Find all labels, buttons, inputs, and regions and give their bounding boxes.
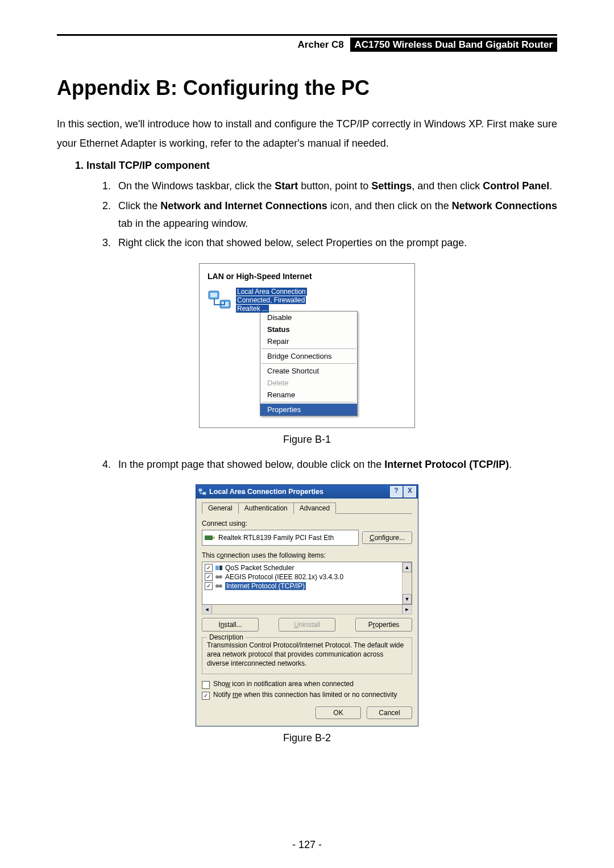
description-text: Transmission Control Protocol/Internet P… — [207, 641, 407, 668]
section-heading: 1. Install TCP/IP component — [75, 160, 557, 172]
ok-button[interactable]: OK — [316, 707, 361, 719]
menu-properties[interactable]: Properties — [260, 404, 357, 416]
section-number: 1. — [75, 160, 84, 171]
svg-rect-1 — [210, 293, 217, 297]
scroll-up-icon[interactable]: ▲ — [403, 562, 412, 572]
items-label: This connection uses the following items… — [202, 551, 412, 559]
checkbox-icon[interactable]: ✓ — [205, 564, 213, 572]
svg-rect-4 — [199, 489, 202, 491]
connection-labels: Local Area Connection Connected, Firewal… — [236, 288, 307, 313]
item-label: AEGIS Protocol (IEEE 802.1x) v3.4.3.0 — [225, 573, 343, 581]
uninstall-button: Uninstall — [279, 618, 335, 632]
dialog-title: Local Area Connection Properties — [209, 488, 389, 496]
items-listbox[interactable]: ✓ QoS Packet Scheduler ✓ AEGIS Protocol … — [202, 562, 412, 605]
menu-shortcut[interactable]: Create Shortcut — [260, 365, 357, 377]
menu-separator — [262, 363, 356, 364]
svg-rect-6 — [205, 535, 213, 540]
steps-list-cont: In the prompt page that showed below, do… — [57, 456, 557, 474]
checkbox-icon[interactable]: ✓ — [202, 692, 210, 700]
menu-separator — [262, 348, 356, 349]
connection-item[interactable]: Local Area Connection Connected, Firewal… — [208, 288, 406, 313]
tab-general[interactable]: General — [202, 502, 239, 514]
menu-repair[interactable]: Repair — [260, 335, 357, 347]
step-2: Click the Network and Internet Connectio… — [114, 197, 557, 232]
protocol-icon — [215, 574, 223, 580]
notify-checkbox[interactable]: ✓ Notify me when this connection has lim… — [202, 691, 412, 700]
menu-separator — [262, 402, 356, 402]
step-1: On the Windows taskbar, click the Start … — [114, 177, 557, 195]
description-legend: Description — [207, 633, 246, 641]
item-label: QoS Packet Scheduler — [225, 564, 294, 572]
show-icon-checkbox[interactable]: Show icon in notification area when conn… — [202, 680, 412, 689]
dialog-titlebar[interactable]: Local Area Connection Properties ? X — [196, 485, 418, 499]
scroll-left-icon[interactable]: ◄ — [202, 605, 212, 614]
connection-status: Connected, Firewalled — [236, 296, 306, 304]
nic-icon — [205, 534, 215, 541]
scroll-right-icon[interactable]: ► — [402, 605, 412, 614]
network-connection-icon — [208, 288, 233, 313]
description-group: Description Transmission Control Protoco… — [202, 637, 412, 674]
steps-list: On the Windows taskbar, click the Start … — [57, 177, 557, 251]
step-4: In the prompt page that showed below, do… — [114, 456, 557, 474]
figure-b1: LAN or High-Speed Internet Local Area Co… — [57, 263, 557, 428]
checkbox-icon[interactable] — [202, 681, 210, 689]
scroll-down-icon[interactable]: ▼ — [403, 594, 412, 604]
vertical-scrollbar[interactable]: ▲ ▼ — [402, 562, 412, 604]
section-title: Install TCP/IP component — [86, 160, 210, 171]
page-number: - 127 - — [0, 839, 614, 851]
page-header: Archer C8 AC1750 Wireless Dual Band Giga… — [57, 39, 557, 51]
menu-status[interactable]: Status — [260, 323, 357, 335]
figure-b2: Local Area Connection Properties ? X Gen… — [57, 484, 557, 726]
network-panel: LAN or High-Speed Internet Local Area Co… — [199, 263, 415, 428]
context-menu: Disable Status Repair Bridge Connections… — [260, 311, 358, 416]
header-model: Archer C8 — [298, 39, 347, 50]
header-rule — [57, 34, 557, 36]
svg-rect-9 — [219, 566, 222, 570]
horizontal-scrollbar[interactable]: ◄ ► — [202, 605, 412, 614]
menu-rename[interactable]: Rename — [260, 389, 357, 401]
scheduler-icon — [215, 564, 223, 571]
checkbox-icon[interactable]: ✓ — [205, 582, 213, 590]
menu-delete: Delete — [260, 377, 357, 389]
checkbox-icon[interactable]: ✓ — [205, 573, 213, 581]
tab-strip: General Authentication Advanced — [202, 502, 412, 514]
properties-button[interactable]: Properties — [355, 618, 412, 632]
connection-name: Local Area Connection — [236, 288, 307, 296]
tab-authentication[interactable]: Authentication — [238, 502, 294, 514]
properties-dialog: Local Area Connection Properties ? X Gen… — [196, 484, 418, 726]
svg-rect-8 — [215, 566, 219, 570]
intro-paragraph: In this section, we'll introduce how to … — [57, 114, 557, 153]
page-title: Appendix B: Configuring the PC — [57, 76, 557, 100]
figure-b2-caption: Figure B-2 — [57, 732, 557, 744]
adapter-field: Realtek RTL8139 Family PCI Fast Eth — [202, 530, 359, 546]
document-page: Archer C8 AC1750 Wireless Dual Band Giga… — [0, 0, 614, 868]
svg-rect-7 — [213, 537, 215, 539]
connection-adapter: Realtek ... — [236, 305, 269, 313]
network-icon — [198, 488, 206, 496]
install-button[interactable]: Install... — [202, 618, 259, 632]
close-button[interactable]: X — [404, 486, 416, 497]
protocol-icon — [215, 583, 223, 589]
menu-bridge[interactable]: Bridge Connections — [260, 350, 357, 362]
figure-b1-caption: Figure B-1 — [57, 434, 557, 446]
panel-title: LAN or High-Speed Internet — [208, 272, 406, 281]
item-aegis[interactable]: ✓ AEGIS Protocol (IEEE 802.1x) v3.4.3.0 — [204, 572, 410, 582]
tab-advanced[interactable]: Advanced — [293, 502, 336, 514]
adapter-name: Realtek RTL8139 Family PCI Fast Eth — [218, 534, 334, 542]
cancel-button[interactable]: Cancel — [367, 707, 412, 719]
item-label: Internet Protocol (TCP/IP) — [225, 582, 306, 590]
configure-button[interactable]: CConfigure...onfigure... — [362, 531, 412, 544]
menu-disable[interactable]: Disable — [260, 312, 357, 323]
item-qos[interactable]: ✓ QoS Packet Scheduler — [204, 563, 410, 572]
item-tcpip[interactable]: ✓ Internet Protocol (TCP/IP) — [204, 582, 410, 591]
header-description: AC1750 Wireless Dual Band Gigabit Router — [350, 38, 557, 52]
help-button[interactable]: ? — [390, 486, 403, 497]
connect-using-label: Connect using: — [202, 520, 412, 528]
dialog-body: General Authentication Advanced Connect … — [196, 499, 418, 726]
step-3: Right click the icon that showed below, … — [114, 234, 557, 252]
